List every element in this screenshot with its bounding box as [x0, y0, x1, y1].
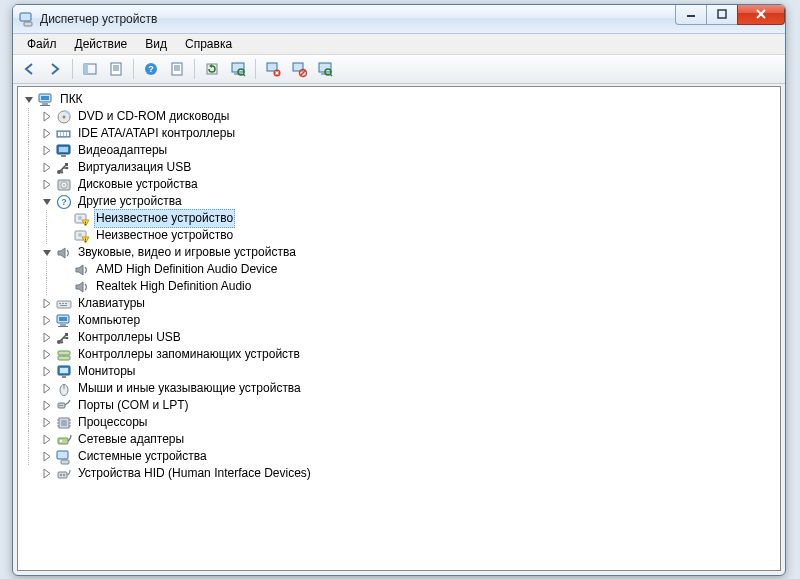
node-label: Звуковые, видео и игровые устройства [76, 244, 298, 261]
node-label: Realtek High Definition Audio [94, 278, 253, 295]
expander-icon[interactable] [42, 349, 53, 360]
expander-icon[interactable] [42, 162, 53, 173]
tree-node-sound[interactable]: Звуковые, видео и игровые устройства [20, 244, 778, 261]
node-label: ПКК [58, 91, 85, 108]
expander-icon[interactable] [24, 94, 35, 105]
toolbar-update-driver-button[interactable] [200, 57, 224, 81]
menu-help[interactable]: Справка [177, 35, 240, 53]
toolbar-properties-button[interactable] [104, 57, 128, 81]
toolbar-scan-hardware-button[interactable] [226, 57, 250, 81]
expander-icon[interactable] [42, 145, 53, 156]
menu-file[interactable]: Файл [19, 35, 65, 53]
toolbar-show-hide-tree-button[interactable] [78, 57, 102, 81]
tree-node-other[interactable]: Другие устройства [20, 193, 778, 210]
toolbar-back-button[interactable] [17, 57, 41, 81]
device-tree[interactable]: ПКК DVD и CD-ROM дисководы IDE ATA/ATAPI… [17, 86, 781, 571]
tree-node-ports[interactable]: Порты (COM и LPT) [20, 397, 778, 414]
close-button[interactable] [737, 4, 785, 25]
disc-drive-icon [56, 109, 72, 125]
tree-node-ide[interactable]: IDE ATA/ATAPI контроллеры [20, 125, 778, 142]
tree-node-hid[interactable]: Устройства HID (Human Interface Devices) [20, 465, 778, 482]
tree-node-computer[interactable]: Компьютер [20, 312, 778, 329]
tree-node-monitor[interactable]: Мониторы [20, 363, 778, 380]
node-label: Порты (COM и LPT) [76, 397, 191, 414]
node-label: Контроллеры USB [76, 329, 183, 346]
maximize-button[interactable] [706, 4, 738, 25]
titlebar[interactable]: Диспетчер устройств [13, 5, 785, 34]
tree-node-storage[interactable]: Контроллеры запоминающих устройств [20, 346, 778, 363]
expander-icon[interactable] [42, 332, 53, 343]
ide-controller-icon [56, 126, 72, 142]
toolbar-separator [194, 59, 195, 79]
toolbar-scan-button[interactable] [313, 57, 337, 81]
expander-icon[interactable] [42, 451, 53, 462]
tree-node-unknown-1[interactable]: Неизвестное устройство [20, 210, 778, 227]
expander-icon[interactable] [42, 417, 53, 428]
toolbar-help-button[interactable] [139, 57, 163, 81]
monitor-icon [56, 364, 72, 380]
expander-icon[interactable] [42, 468, 53, 479]
tree-node-video[interactable]: Видеоадаптеры [20, 142, 778, 159]
expander-icon[interactable] [42, 111, 53, 122]
tree-node-dvd[interactable]: DVD и CD-ROM дисководы [20, 108, 778, 125]
toolbar-separator [72, 59, 73, 79]
storage-controller-icon [56, 347, 72, 363]
ports-icon [56, 398, 72, 414]
toolbar-forward-button[interactable] [43, 57, 67, 81]
device-manager-window: Диспетчер устройств Файл Действие Вид Сп… [12, 4, 786, 576]
computer-icon [56, 313, 72, 329]
window-title: Диспетчер устройств [40, 12, 157, 26]
tree-node-keyboard[interactable]: Клавиатуры [20, 295, 778, 312]
expander-icon[interactable] [42, 366, 53, 377]
node-label: Компьютер [76, 312, 142, 329]
node-label: Видеоадаптеры [76, 142, 169, 159]
expander-icon[interactable] [42, 247, 53, 258]
node-label: Устройства HID (Human Interface Devices) [76, 465, 313, 482]
node-label: Мониторы [76, 363, 137, 380]
node-label: Виртуализация USB [76, 159, 193, 176]
expander-icon[interactable] [42, 383, 53, 394]
usb-icon [56, 160, 72, 176]
usb-icon [56, 330, 72, 346]
unknown-device-icon [74, 228, 90, 244]
minimize-button[interactable] [675, 4, 707, 25]
expander-icon[interactable] [42, 179, 53, 190]
toolbar [13, 55, 785, 84]
tree-node-usb[interactable]: Контроллеры USB [20, 329, 778, 346]
svg-rect-76 [718, 10, 726, 18]
tree-node-disk[interactable]: Дисковые устройства [20, 176, 778, 193]
tree-node-sound-realtek[interactable]: Realtek High Definition Audio [20, 278, 778, 295]
tree-node-unknown-2[interactable]: Неизвестное устройство [20, 227, 778, 244]
expander-icon[interactable] [42, 196, 53, 207]
node-label: Мыши и иные указывающие устройства [76, 380, 303, 397]
toolbar-disable-button[interactable] [287, 57, 311, 81]
menu-action[interactable]: Действие [67, 35, 136, 53]
sound-device-icon [74, 279, 90, 295]
tree-node-mouse[interactable]: Мыши и иные указывающие устройства [20, 380, 778, 397]
node-label: AMD High Definition Audio Device [94, 261, 279, 278]
sound-icon [56, 245, 72, 261]
toolbar-uninstall-button[interactable] [261, 57, 285, 81]
tree-node-cpu[interactable]: Процессоры [20, 414, 778, 431]
expander-icon[interactable] [42, 400, 53, 411]
unknown-device-icon [74, 211, 90, 227]
tree-node-system[interactable]: Системные устройства [20, 448, 778, 465]
window-controls [676, 4, 785, 25]
expander-icon[interactable] [42, 128, 53, 139]
node-label: Неизвестное устройство [94, 209, 235, 228]
tree-node-root[interactable]: ПКК [20, 91, 778, 108]
menu-view[interactable]: Вид [137, 35, 175, 53]
expander-icon[interactable] [42, 434, 53, 445]
hid-icon [56, 466, 72, 482]
tree-node-network[interactable]: Сетевые адаптеры [20, 431, 778, 448]
tree-node-sound-amd[interactable]: AMD High Definition Audio Device [20, 261, 778, 278]
cpu-icon [56, 415, 72, 431]
expander-icon[interactable] [42, 298, 53, 309]
toolbar-action-button[interactable] [165, 57, 189, 81]
node-label: Контроллеры запоминающих устройств [76, 346, 302, 363]
node-label: Неизвестное устройство [94, 227, 235, 244]
node-label: Сетевые адаптеры [76, 431, 186, 448]
disk-drive-icon [56, 177, 72, 193]
expander-icon[interactable] [42, 315, 53, 326]
tree-node-usb-virt[interactable]: Виртуализация USB [20, 159, 778, 176]
